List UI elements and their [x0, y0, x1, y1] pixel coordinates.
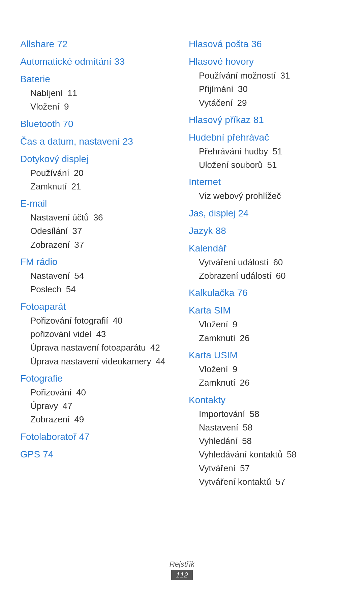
sub-entry: Úprava nastavení videokamery 44	[20, 355, 175, 368]
page-number: 57	[273, 477, 285, 487]
sub-entry: Používání 20	[20, 166, 175, 180]
entry-heading: Fotografie	[20, 371, 175, 386]
entry-heading: Allshare72	[20, 37, 175, 51]
right-column: Hlasová pošta36Hlasové hovoryPoužívání m…	[189, 37, 344, 492]
entry-heading: Hlasový příkaz81	[189, 113, 344, 127]
sub-entry: Nabíjení 11	[20, 86, 175, 100]
sub-entry: Zobrazení 49	[20, 413, 175, 426]
entry-heading: Karta USIM	[189, 348, 344, 362]
entry-group: FotografiePořizování 40Úpravy 47Zobrazen…	[20, 371, 175, 426]
sub-entry: Odesílání 37	[20, 224, 175, 238]
entry-heading: Čas a datum, nastavení23	[20, 135, 175, 149]
sub-entry: Vložení 9	[20, 100, 175, 113]
entry-heading: E-mail	[20, 197, 175, 211]
sub-entry: pořizování videí 43	[20, 327, 175, 341]
page-number: 23	[123, 136, 133, 147]
entry-group: Kalkulačka76	[189, 286, 344, 300]
page-number: 26	[237, 378, 249, 388]
index-columns: Allshare72Automatické odmítání33BaterieN…	[20, 37, 344, 492]
page-number: 9	[230, 319, 238, 329]
page-number: 58	[247, 409, 259, 419]
sub-entry: Přijímání 30	[189, 82, 344, 96]
page-number: 24	[238, 208, 249, 218]
entry-heading: Fotoaparát	[20, 300, 175, 314]
page-number: 70	[63, 119, 73, 129]
page-number: 9	[62, 101, 69, 112]
entry-heading: GPS74	[20, 447, 175, 461]
entry-heading: Fotolaboratoř47	[20, 430, 175, 444]
sub-entry: Pořizování 40	[20, 386, 175, 399]
page-number: 26	[237, 333, 249, 343]
entry-group: Fotolaboratoř47	[20, 430, 175, 444]
sub-entry: Zobrazení událostí 60	[189, 269, 344, 282]
entry-heading: Jas, displej24	[189, 206, 344, 220]
page-number: 40	[110, 316, 122, 326]
sub-entry: Zamknutí 26	[189, 331, 344, 345]
sub-entry: Pořizování fotografií 40	[20, 314, 175, 327]
entry-group: Karta USIMVložení 9Zamknutí 26	[189, 348, 344, 390]
entry-group: Hlasové hovoryPoužívání možností 31Přijí…	[189, 55, 344, 110]
entry-heading: Baterie	[20, 72, 175, 86]
page-number: 20	[71, 168, 84, 178]
sub-entry: Používání možností 31	[189, 69, 344, 82]
page-number: 58	[284, 449, 297, 459]
page-number: 43	[94, 329, 106, 339]
page-number: 57	[238, 463, 250, 473]
sub-entry: Vložení 9	[189, 362, 344, 376]
sub-entry: Vytváření 57	[189, 461, 344, 475]
page-number: 51	[270, 146, 282, 156]
left-column: Allshare72Automatické odmítání33BaterieN…	[20, 37, 175, 492]
page-number: 58	[240, 422, 252, 432]
page: Allshare72Automatické odmítání33BaterieN…	[0, 0, 364, 597]
page-number: 44	[153, 356, 165, 366]
sub-entry: Úprava nastavení fotoaparátu 42	[20, 341, 175, 354]
entry-group: Jas, displej24	[189, 206, 344, 220]
page-number: 60	[273, 271, 285, 281]
page-number: 33	[114, 56, 125, 67]
entry-heading: Kalendář	[189, 241, 344, 256]
page-number: 37	[70, 226, 82, 236]
sub-entry: Vytváření událostí 60	[189, 256, 344, 269]
page-number: 58	[240, 436, 252, 446]
sub-entry: Nastavení účtů 36	[20, 211, 175, 224]
page-number: 30	[236, 84, 248, 94]
sub-entry: Vyhledání 58	[189, 434, 344, 448]
sub-entry: Nastavení 58	[189, 421, 344, 434]
sub-entry: Zamknutí 21	[20, 180, 175, 193]
page-number: 72	[57, 39, 67, 49]
entry-group: Jazyk88	[189, 224, 344, 238]
page-number: 21	[69, 181, 81, 191]
sub-entry: Vytáčení 29	[189, 96, 344, 110]
entry-group: FotoaparátPořizování fotografií 40pořizo…	[20, 300, 175, 368]
page-number: 88	[216, 226, 226, 236]
entry-heading: Karta SIM	[189, 303, 344, 318]
sub-entry: Vložení 9	[189, 318, 344, 331]
entry-heading: Automatické odmítání33	[20, 55, 175, 69]
page-number: 31	[278, 70, 290, 81]
sub-entry: Úpravy 47	[20, 399, 175, 413]
page-number: 11	[65, 88, 77, 98]
page-number: 74	[43, 449, 53, 459]
sub-entry: Přehrávání hudby 51	[189, 145, 344, 158]
entry-group: Hlasový příkaz81	[189, 113, 344, 127]
entry-group: Allshare72	[20, 37, 175, 51]
entry-group: Bluetooth70	[20, 117, 175, 131]
page-number: 9	[230, 364, 238, 374]
page-number: 54	[64, 284, 76, 294]
sub-entry: Vytváření kontaktů 57	[189, 475, 344, 488]
page-number: 36	[251, 39, 262, 49]
sub-entry: Viz webový prohlížeč	[189, 189, 344, 203]
page-number: 49	[72, 414, 84, 424]
entry-group: BaterieNabíjení 11Vložení 9	[20, 72, 175, 114]
page-number: 36	[91, 212, 103, 222]
entry-heading: Bluetooth70	[20, 117, 175, 131]
page-number: 47	[79, 431, 90, 442]
page-number: 76	[237, 288, 247, 298]
entry-heading: Jazyk88	[189, 224, 344, 238]
entry-group: KalendářVytváření událostí 60Zobrazení u…	[189, 241, 344, 283]
entry-heading: Hlasové hovory	[189, 55, 344, 69]
entry-group: Automatické odmítání33	[20, 55, 175, 69]
entry-heading: Kontakty	[189, 393, 344, 407]
entry-heading: Dotykový displej	[20, 152, 175, 166]
sub-entry: Zobrazení 37	[20, 238, 175, 251]
